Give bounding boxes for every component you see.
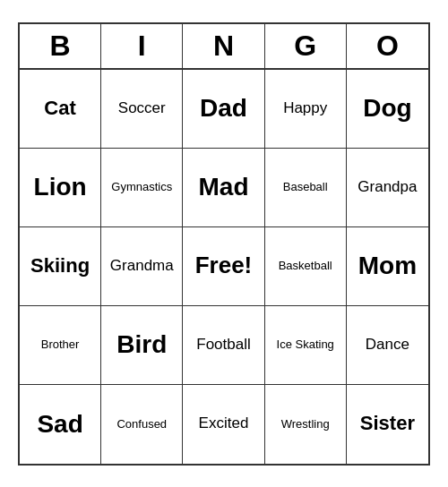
bingo-cell-r2-c4: Baseball: [265, 149, 347, 227]
bingo-cell-r2-c2: Gymnastics: [101, 149, 183, 227]
bingo-cell-r2-c1: Lion: [20, 149, 101, 227]
bingo-cell-r1-c3: Dad: [183, 70, 264, 149]
header-letter: O: [347, 24, 428, 68]
bingo-cell-r1-c1: Cat: [20, 70, 101, 149]
bingo-grid: CatSoccerDadHappyDogLionGymnasticsMadBas…: [20, 70, 428, 464]
header-letter: B: [20, 24, 101, 68]
bingo-cell-r1-c2: Soccer: [101, 70, 183, 149]
bingo-cell-r3-c3: Free!: [183, 227, 264, 306]
bingo-cell-r1-c4: Happy: [265, 70, 347, 149]
bingo-cell-r3-c5: Mom: [347, 227, 428, 306]
bingo-cell-r3-c4: Basketball: [265, 227, 347, 306]
bingo-cell-r2-c3: Mad: [183, 149, 264, 227]
bingo-card: BINGO CatSoccerDadHappyDogLionGymnastics…: [18, 22, 430, 466]
bingo-cell-r2-c5: Grandpa: [347, 149, 428, 227]
bingo-cell-r3-c2: Grandma: [101, 227, 183, 306]
header-letter: G: [265, 24, 347, 68]
bingo-cell-r5-c3: Excited: [183, 385, 264, 464]
bingo-cell-r4-c3: Football: [183, 306, 264, 385]
bingo-cell-r4-c5: Dance: [347, 306, 428, 385]
header-letter: N: [183, 24, 264, 68]
bingo-cell-r5-c2: Confused: [101, 385, 183, 464]
bingo-cell-r5-c5: Sister: [347, 385, 428, 464]
bingo-header: BINGO: [20, 24, 428, 70]
bingo-cell-r3-c1: Skiing: [20, 227, 101, 306]
bingo-cell-r4-c1: Brother: [20, 306, 101, 385]
bingo-cell-r1-c5: Dog: [347, 70, 428, 149]
header-letter: I: [101, 24, 183, 68]
bingo-cell-r4-c4: Ice Skating: [265, 306, 347, 385]
bingo-cell-r5-c4: Wrestling: [265, 385, 347, 464]
bingo-cell-r5-c1: Sad: [20, 385, 101, 464]
bingo-cell-r4-c2: Bird: [101, 306, 183, 385]
